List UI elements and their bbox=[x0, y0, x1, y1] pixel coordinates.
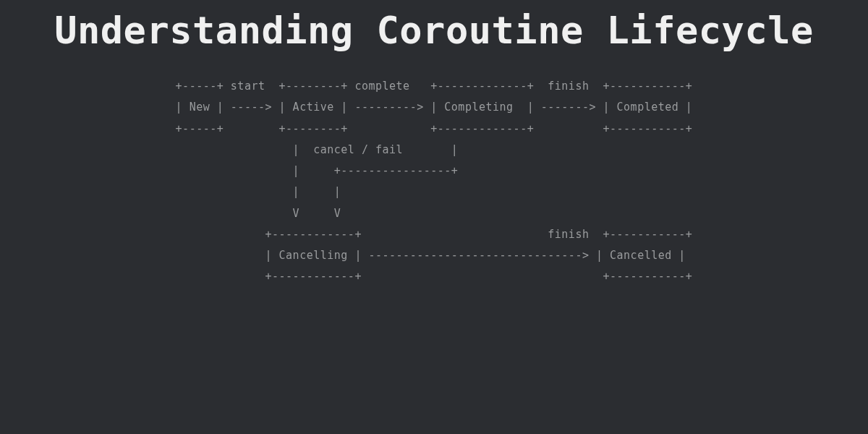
page-title: Understanding Coroutine Lifecycle bbox=[54, 7, 814, 54]
lifecycle-diagram: +-----+ start +--------+ complete +-----… bbox=[176, 76, 693, 288]
